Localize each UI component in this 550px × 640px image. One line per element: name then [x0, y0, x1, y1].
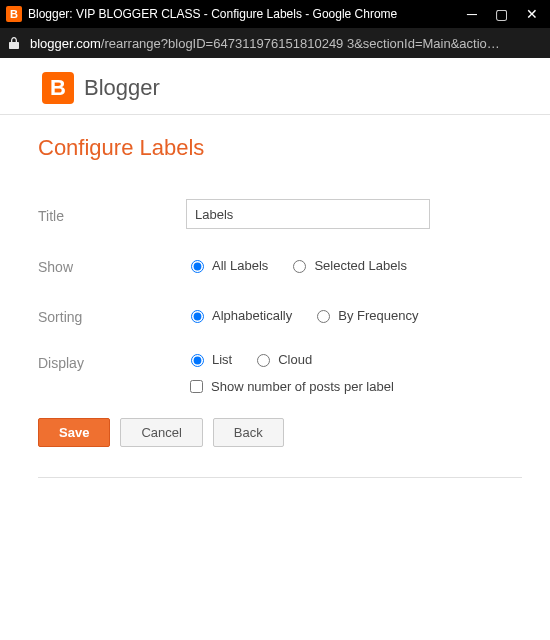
checkbox-post-count-input[interactable]: [190, 380, 203, 393]
radio-selected-labels-input[interactable]: [293, 260, 306, 273]
row-title: Title: [38, 199, 522, 229]
radio-selected-labels-text: Selected Labels: [314, 258, 407, 273]
radio-alphabetically-input[interactable]: [191, 310, 204, 323]
page-title: Configure Labels: [38, 135, 522, 161]
radio-cloud-text: Cloud: [278, 352, 312, 367]
window-titlebar: B Blogger: VIP BLOGGER CLASS - Configure…: [0, 0, 550, 28]
radio-cloud-input[interactable]: [257, 354, 270, 367]
radio-list[interactable]: List: [186, 351, 232, 367]
maximize-button[interactable]: ▢: [495, 7, 508, 21]
address-bar[interactable]: blogger.com/rearrange?blogID=64731197615…: [0, 28, 550, 58]
blogger-logo-icon: B: [42, 72, 74, 104]
radio-alphabetically-text: Alphabetically: [212, 308, 292, 323]
radio-selected-labels[interactable]: Selected Labels: [288, 257, 407, 273]
lock-icon: [8, 36, 20, 50]
url-text: blogger.com/rearrange?blogID=64731197615…: [30, 36, 542, 51]
checkbox-post-count-text: Show number of posts per label: [211, 379, 394, 394]
row-show: Show All Labels Selected Labels: [38, 251, 522, 279]
sorting-options: Alphabetically By Frequency: [186, 307, 522, 323]
radio-frequency-text: By Frequency: [338, 308, 418, 323]
brand-name: Blogger: [84, 75, 160, 101]
show-options: All Labels Selected Labels: [186, 257, 522, 273]
radio-frequency-input[interactable]: [317, 310, 330, 323]
page-header: B Blogger: [0, 58, 550, 114]
label-title: Title: [38, 204, 186, 224]
save-button[interactable]: Save: [38, 418, 110, 447]
logo-letter: B: [50, 75, 66, 101]
window-title: Blogger: VIP BLOGGER CLASS - Configure L…: [28, 7, 467, 21]
window-controls: ─ ▢ ✕: [467, 7, 546, 21]
label-sorting: Sorting: [38, 305, 186, 325]
radio-alphabetically[interactable]: Alphabetically: [186, 307, 292, 323]
url-path: /rearrange?blogID=647311976151810249 3&s…: [101, 36, 500, 51]
content-area: Configure Labels Title Show All Labels S…: [0, 115, 550, 478]
post-count-option: Show number of posts per label: [186, 377, 522, 396]
row-sorting: Sorting Alphabetically By Frequency: [38, 301, 522, 329]
back-button[interactable]: Back: [213, 418, 284, 447]
label-display: Display: [38, 351, 186, 371]
row-display: Display List Cloud Show number of posts …: [38, 351, 522, 396]
button-row: Save Cancel Back: [38, 418, 522, 447]
minimize-button[interactable]: ─: [467, 7, 477, 21]
bottom-divider: [38, 477, 522, 478]
radio-cloud[interactable]: Cloud: [252, 351, 312, 367]
cancel-button[interactable]: Cancel: [120, 418, 202, 447]
close-button[interactable]: ✕: [526, 7, 538, 21]
radio-all-labels[interactable]: All Labels: [186, 257, 268, 273]
radio-list-input[interactable]: [191, 354, 204, 367]
checkbox-post-count[interactable]: Show number of posts per label: [186, 377, 394, 396]
radio-frequency[interactable]: By Frequency: [312, 307, 418, 323]
radio-list-text: List: [212, 352, 232, 367]
radio-all-labels-input[interactable]: [191, 260, 204, 273]
blogger-favicon: B: [6, 6, 22, 22]
display-options: List Cloud: [186, 351, 522, 367]
title-input[interactable]: [186, 199, 430, 229]
url-host: blogger.com: [30, 36, 101, 51]
radio-all-labels-text: All Labels: [212, 258, 268, 273]
label-show: Show: [38, 255, 186, 275]
